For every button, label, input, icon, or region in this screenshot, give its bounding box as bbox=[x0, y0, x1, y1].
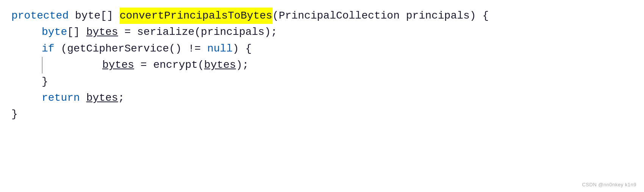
code-text: ) { bbox=[233, 41, 252, 57]
code-text: } bbox=[11, 106, 18, 122]
code-line-6: return bytes; bbox=[11, 90, 633, 106]
keyword-protected: protected bbox=[11, 8, 69, 24]
var-bytes-arg: bytes bbox=[204, 57, 236, 73]
code-container: protected byte[] convertPrincipalsToByte… bbox=[0, 0, 644, 192]
code-line-2: byte[] bytes = serialize(principals); bbox=[11, 24, 633, 40]
code-text: = serialize(principals); bbox=[118, 24, 277, 40]
code-line-4-wrapper: bytes = encrypt(bytes); bbox=[11, 57, 633, 73]
code-text: [] bbox=[67, 24, 86, 40]
left-border-indicator bbox=[42, 57, 43, 73]
code-text: (getCipherService() != bbox=[55, 41, 207, 57]
code-line-3: if (getCipherService() != null) { bbox=[11, 41, 633, 57]
keyword-if: if bbox=[42, 41, 55, 57]
code-text: ; bbox=[118, 90, 125, 106]
code-text: byte[] bbox=[69, 8, 119, 24]
code-text: } bbox=[42, 73, 48, 90]
code-text: = encrypt( bbox=[134, 57, 204, 73]
var-bytes-return: bytes bbox=[86, 90, 118, 106]
var-bytes: bytes bbox=[86, 24, 118, 40]
watermark: CSDN @nn0nkey k1n9 bbox=[582, 182, 636, 187]
code-text: ); bbox=[236, 57, 249, 73]
code-text bbox=[80, 90, 86, 106]
highlighted-method: convertPrincipalsToBytes bbox=[120, 8, 272, 24]
keyword-byte: byte bbox=[42, 24, 67, 40]
keyword-null: null bbox=[207, 41, 233, 57]
keyword-return: return bbox=[42, 90, 80, 106]
code-line-1: protected byte[] convertPrincipalsToByte… bbox=[11, 8, 633, 24]
code-line-7: } bbox=[11, 106, 633, 122]
code-line-4: bytes = encrypt(bytes); bbox=[72, 57, 249, 73]
code-line-5: } bbox=[11, 73, 633, 90]
code-block: protected byte[] convertPrincipalsToByte… bbox=[11, 8, 633, 123]
code-text: (PrincipalCollection principals) { bbox=[272, 8, 489, 24]
var-bytes-assign: bytes bbox=[102, 57, 134, 73]
